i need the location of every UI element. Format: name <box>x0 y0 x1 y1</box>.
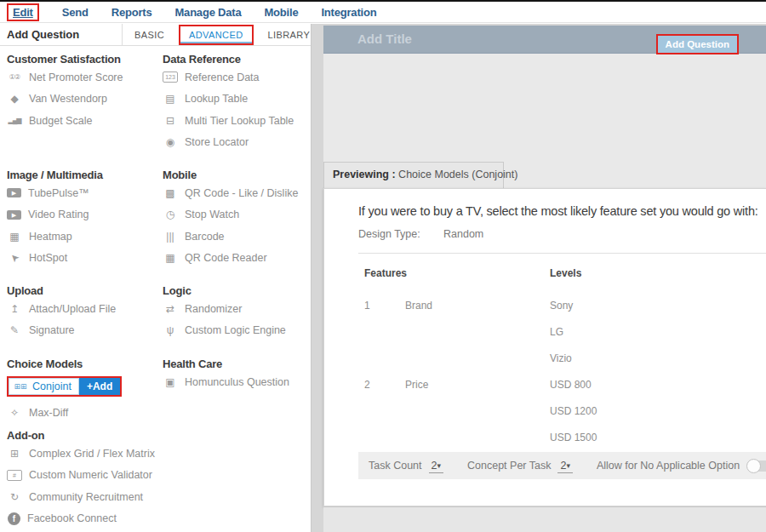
group-title: Add-on <box>7 429 156 443</box>
qr-code-reader-label: QR Code Reader <box>185 252 267 264</box>
previewing-tab: Previewing : Choice Models (Conjoint) <box>323 162 504 188</box>
add-conjoint-button[interactable]: +Add <box>79 378 120 395</box>
sidebar-item-custom-numeric-validator[interactable]: #Custom Numeric Validator <box>7 465 156 487</box>
group-title: Data Reference <box>163 53 311 66</box>
group-image-multimedia: Image / Multimedia▶TubePulse™▶Video Rati… <box>0 169 156 269</box>
nav-item-integration[interactable]: Integration <box>321 6 376 19</box>
group-title: Customer Satisfaction <box>7 53 156 66</box>
group-title: Logic <box>163 284 311 298</box>
sidebar-item-signature[interactable]: ✎Signature <box>7 320 156 342</box>
group-choice-models: Choice Models⊞⊞Conjoint+Add✧Max-Diff <box>0 358 156 424</box>
sidebar-item-qr-code-like-dislike[interactable]: ▩QR Code - Like / Dislike <box>163 182 311 204</box>
sidebar-item-reference-data[interactable]: 123Reference Data <box>163 66 311 89</box>
feature-name: Brand <box>405 293 550 319</box>
sidebar-item-store-locator[interactable]: ◉Store Locator <box>163 132 311 154</box>
previewing-label: Previewing : <box>333 169 396 180</box>
add-question-button[interactable]: Add Question <box>656 34 739 54</box>
reference-data-label: Reference Data <box>185 72 260 83</box>
conjoint-cell[interactable]: ⊞⊞Conjoint <box>9 378 79 395</box>
sidebar-item-van-westendorp[interactable]: ◆Van Westendorp <box>7 89 156 111</box>
community-recruitment-label: Community Recruitment <box>29 491 143 503</box>
attach-upload-file-label: Attach/Upload File <box>29 303 116 315</box>
video-icon: ▶ <box>7 188 21 197</box>
group-upload: Upload↥Attach/Upload File✎Signature <box>0 284 156 341</box>
shuffle-icon: ⇄ <box>163 304 178 314</box>
divider <box>358 253 766 254</box>
question-type-tabs: BASICADVANCEDLIBRARY ✖ <box>122 24 311 45</box>
tubepulse-label: TubePulse™ <box>28 187 89 199</box>
nav-item-mobile[interactable]: Mobile <box>264 6 298 19</box>
sidebar-item-budget-scale[interactable]: ▂▄▆Budget Scale <box>7 110 156 132</box>
sidebar-item-complex-grid-flex-matrix[interactable]: ⊞Complex Grid / Flex Matrix <box>7 443 156 465</box>
sidebar-item-attach-upload-file[interactable]: ↥Attach/Upload File <box>7 298 156 320</box>
sidebar-item-qr-code-reader[interactable]: ▦QR Code Reader <box>163 248 311 270</box>
homunculus-question-label: Homunculus Question <box>185 376 289 388</box>
levels-header: Levels <box>550 267 581 279</box>
no-applicable-option-toggle[interactable] <box>748 460 766 472</box>
nav-item-edit[interactable]: Edit <box>7 3 39 21</box>
lookup-table-label: Lookup Table <box>185 93 248 105</box>
level-value: Vizio <box>550 346 766 372</box>
group-customer-satisfaction: Customer Satisfaction①②Net Promoter Scor… <box>0 53 156 132</box>
group-add-on: Add-on⊞Complex Grid / Flex Matrix#Custom… <box>0 429 156 529</box>
facebook-connect-label: Facebook Connect <box>27 512 117 524</box>
sidebar-item-custom-logic-engine[interactable]: ψCustom Logic Engine <box>163 320 311 342</box>
feature-number: 1 <box>358 293 405 319</box>
max-diff-label: Max-Diff <box>29 407 68 419</box>
tab-basic[interactable]: BASIC <box>123 30 176 40</box>
group-title: Health Care <box>163 358 311 371</box>
qr-code-icon: ▩ <box>163 188 178 198</box>
conjoint-label: Conjoint <box>32 380 71 392</box>
sidebar-item-video-rating[interactable]: ▶Video Rating <box>7 204 156 226</box>
nav-item-manage-data[interactable]: Manage Data <box>174 6 241 19</box>
nps-scale-icon: ①② <box>7 74 22 81</box>
sidebar-item-tubepulse[interactable]: ▶TubePulse™ <box>7 182 156 204</box>
nav-item-send[interactable]: Send <box>62 6 89 19</box>
level-value: USD 1500 <box>550 425 766 451</box>
sidebar-item-net-promoter-score[interactable]: ①②Net Promoter Score <box>7 66 156 89</box>
sidebar-item-heatmap[interactable]: ▦Heatmap <box>7 226 156 248</box>
facebook-icon: f <box>8 512 20 525</box>
concept-per-task-dropdown[interactable]: 2 ▾ <box>557 458 572 473</box>
conjoint-cards-icon: ⊞⊞ <box>14 383 27 391</box>
nav-item-reports[interactable]: Reports <box>111 6 152 19</box>
magic-wand-icon: ✧ <box>7 408 22 418</box>
group-data-reference: Data Reference123Reference Data▤Lookup T… <box>156 53 311 153</box>
sidebar-item-conjoint[interactable]: ⊞⊞Conjoint+Add <box>7 373 156 400</box>
panel-header: Add Question BASICADVANCEDLIBRARY ✖ <box>0 24 311 46</box>
question-types-column-2: Data Reference123Reference Data▤Lookup T… <box>156 46 311 532</box>
tab-advanced[interactable]: ADVANCED <box>179 25 254 45</box>
task-count-dropdown[interactable]: 2 ▾ <box>429 458 443 473</box>
conjoint-settings-bar: Task Count 2 ▾ Concept Per Task 2 ▾ Allo… <box>358 452 766 479</box>
sidebar-item-stop-watch[interactable]: ◷Stop Watch <box>163 204 311 226</box>
sidebar-item-homunculus-question[interactable]: ▣Homunculus Question <box>163 371 311 393</box>
video-icon: ▶ <box>7 210 21 220</box>
group-title: Upload <box>7 284 156 298</box>
qr-code-like-dislike-label: QR Code - Like / Dislike <box>185 187 298 199</box>
survey-preview-panel: Add Title Add Question Previewing : Choi… <box>323 26 766 532</box>
question-types-column-1: Customer Satisfaction①②Net Promoter Scor… <box>0 46 156 532</box>
sidebar-item-facebook-connect[interactable]: fFacebook Connect <box>7 508 156 530</box>
sidebar-item-hotspot[interactable]: ➤HotSpot <box>7 248 156 270</box>
custom-logic-engine-label: Custom Logic Engine <box>185 324 286 336</box>
sidebar-item-lookup-table[interactable]: ▤Lookup Table <box>163 89 311 111</box>
bar-scale-icon: ▂▄▆ <box>7 117 22 124</box>
logic-branch-icon: ψ <box>163 325 178 335</box>
sidebar-item-barcode[interactable]: |||Barcode <box>163 226 311 248</box>
sidebar-item-multi-tier-lookup-table[interactable]: ⊟Multi Tier Lookup Table <box>163 110 311 132</box>
multi-tier-table-icon: ⊟ <box>163 116 178 126</box>
hotspot-label: HotSpot <box>29 252 67 264</box>
survey-builder-app: EditSendReportsManage DataMobileIntegrat… <box>0 0 766 532</box>
signature-label: Signature <box>29 324 75 336</box>
sidebar-item-randomizer[interactable]: ⇄Randomizer <box>163 298 311 320</box>
add-question-panel: Add Question BASICADVANCEDLIBRARY ✖ Cust… <box>0 24 312 532</box>
task-count-label: Task Count <box>369 460 422 472</box>
sidebar-item-max-diff[interactable]: ✧Max-Diff <box>7 402 156 424</box>
store-locator-label: Store Locator <box>185 136 249 148</box>
design-type-row: Design Type: Random <box>358 228 766 240</box>
feature-number: 2 <box>358 372 405 398</box>
recruitment-cycle-icon: ↻ <box>7 492 22 502</box>
sidebar-item-community-recruitment[interactable]: ↻Community Recruitment <box>7 486 156 508</box>
group-title: Image / Multimedia <box>7 169 156 182</box>
toggle-knob <box>746 459 761 473</box>
